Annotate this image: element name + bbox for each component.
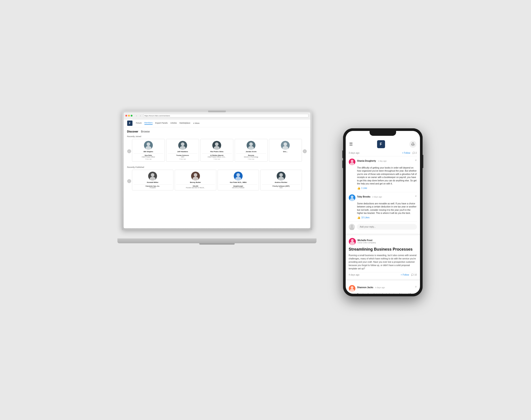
member-name: Jordan Arvin: [236, 151, 266, 153]
member-avatar: [148, 172, 157, 180]
tab-browse[interactable]: Browse: [141, 130, 150, 133]
hamburger-menu-icon[interactable]: ☰: [349, 142, 353, 147]
member-card[interactable]: Rui Pedro Silva A.P.Moller-Maersk Chief …: [200, 139, 233, 162]
prev-arrow-pub[interactable]: ‹: [127, 179, 131, 183]
minimize-button[interactable]: [128, 115, 130, 117]
article-footer: 4 days ago + Follow 10: [349, 272, 417, 276]
svg-point-22: [351, 225, 353, 227]
article-author-company: Coca Cola Company: [358, 241, 376, 244]
article-author-avatar: [349, 238, 356, 245]
commenter-avatar: [349, 159, 355, 165]
member-company: Renovia: [236, 155, 266, 156]
notification-bell-icon[interactable]: [409, 141, 416, 148]
collapse-icon[interactable]: ∨: [415, 285, 417, 288]
member-avatar: [234, 172, 243, 180]
member-card[interactable]: Benny Buller VEL030 Founder and CEO of V…: [175, 170, 216, 190]
forward-button[interactable]: ›: [139, 114, 142, 117]
member-time: 4 days ago: [236, 158, 266, 160]
nav-more[interactable]: ∨ More: [193, 122, 200, 124]
svg-point-18: [351, 160, 354, 162]
member-card[interactable]: Gro...: [269, 139, 302, 162]
laptop: ‹ › https://forum.f/dev.com/members F Fo…: [122, 111, 312, 243]
comment-text: The difficulty of getting your books in …: [349, 166, 417, 186]
nav-marketplace[interactable]: Marketplace: [179, 122, 191, 124]
comment-header: Shania Dougherty 1 day ago ∨: [349, 159, 417, 165]
article-title: Streamlining Business Processes: [349, 247, 417, 252]
svg-point-7: [248, 146, 254, 150]
member-company: VEL030: [176, 185, 215, 187]
member-name: Bill Staples: [133, 151, 163, 153]
member-title: CEO & Co-Founder: [219, 187, 258, 188]
comment-thread: Shania Dougherty 1 day ago ∨ The difficu…: [349, 156, 417, 222]
like-icon[interactable]: 👍: [357, 216, 360, 219]
tab-discover[interactable]: Discover: [127, 130, 138, 133]
member-card[interactable]: Kai Patel M.D., MBA BrightInsight CEO & …: [218, 170, 259, 190]
address-bar[interactable]: https://forum.f/dev.com/members: [143, 114, 309, 118]
member-company: BrightInsight: [219, 185, 258, 187]
phone-app-logo[interactable]: F: [377, 140, 385, 148]
svg-point-2: [181, 142, 184, 146]
article-text: Running a small business is rewarding, b…: [349, 254, 417, 270]
laptop-base: [118, 239, 316, 243]
nav-members[interactable]: Members: [144, 122, 153, 125]
comment-item: Shannon Jacks 4 days ago ∨ By automating…: [349, 283, 417, 294]
back-button[interactable]: ‹: [135, 114, 138, 117]
svg-point-4: [215, 142, 219, 146]
like-row: 👍 10 Likes: [349, 216, 417, 219]
nav-forum[interactable]: Forum: [136, 122, 142, 124]
member-time: 3 days ago: [168, 158, 197, 160]
like-icon[interactable]: 👍: [357, 187, 360, 190]
member-company: Fairwinds Ops, Inc.: [133, 185, 172, 187]
svg-point-3: [180, 146, 186, 150]
member-card[interactable]: Jeff Hawkins Truvian Sciences CEO 3 days…: [166, 139, 199, 162]
member-card[interactable]: Kendall Miller Fairwinds Ops, Inc. Presi…: [132, 170, 174, 190]
comment-time: 4 days ago: [375, 286, 385, 289]
member-avatar: [144, 141, 153, 150]
nav-articles[interactable]: Articles: [170, 122, 177, 124]
post-section: 3 days ago + Follow 2: [346, 150, 420, 235]
phone-vol-down: [342, 160, 343, 168]
member-name: Rui Pedro Silva: [202, 151, 232, 153]
member-name: Andres Richter: [262, 181, 300, 183]
nav-expert-panels[interactable]: Expert Panels: [155, 122, 168, 124]
member-time: 3 days ago: [133, 158, 163, 160]
current-user-avatar: [349, 224, 355, 230]
reply-input[interactable]: [357, 224, 417, 230]
member-name: Jeff Hawkins: [168, 151, 197, 153]
scene: ‹ › https://forum.f/dev.com/members F Fo…: [122, 111, 409, 310]
collapse-icon[interactable]: ∨: [415, 195, 417, 197]
follow-button[interactable]: + Follow: [402, 152, 410, 154]
laptop-outer: ‹ › https://forum.f/dev.com/members F Fo…: [122, 111, 312, 230]
member-title: CEO: [262, 187, 300, 188]
close-button[interactable]: [125, 115, 127, 117]
member-avatar: [212, 141, 221, 150]
member-card[interactable]: Jordan Arvin Renovia Director of Technol…: [235, 139, 268, 162]
svg-point-10: [151, 173, 154, 177]
member-avatar: [247, 141, 255, 150]
comment-text: By automating administrative tasks, stre…: [349, 293, 417, 294]
member-title: Chief Product Officer: [133, 156, 163, 158]
comment-meta: Shannon Jacks 4 days ago: [357, 285, 413, 289]
collapse-icon[interactable]: ∨: [415, 159, 417, 162]
phone-outer: ☰ F 3 days: [343, 128, 423, 296]
article-follow-button[interactable]: + Follow: [401, 274, 409, 276]
phone-scroll-area[interactable]: 3 days ago + Follow 2: [346, 150, 420, 294]
prev-arrow[interactable]: ‹: [127, 149, 131, 153]
comment-count: 2: [413, 152, 417, 154]
comment-header: Toby Brooks 2 days ago ∨: [349, 195, 417, 201]
article-section: Michelle Frost Coca Cola Company Streaml…: [346, 235, 420, 281]
laptop-notch: [208, 111, 226, 112]
phone-screen: ☰ F 3 days: [346, 131, 420, 294]
member-name: Kai Patel M.D., MBA: [219, 181, 258, 183]
member-company: Priority Software (ERP): [262, 185, 300, 187]
member-title: CEO: [168, 156, 197, 158]
member-card[interactable]: Bill Staples New Relic Chief Product Off…: [132, 139, 165, 162]
svg-point-14: [236, 173, 240, 177]
member-card[interactable]: Andres Richter Priority Software (ERP) C…: [260, 170, 302, 190]
more-label: ∨: [193, 122, 195, 124]
svg-point-11: [150, 177, 155, 180]
article-comment-count: 10: [411, 274, 417, 276]
maximize-button[interactable]: [131, 115, 133, 117]
next-arrow[interactable]: ›: [303, 149, 307, 153]
recently-published-label: Recently Published: [127, 166, 307, 168]
